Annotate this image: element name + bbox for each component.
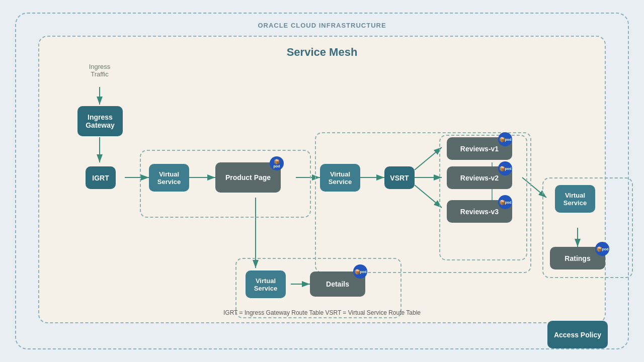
legend-text: IGRT = Ingress Gateway Route Table VSRT …: [223, 309, 421, 316]
virtual-service-4-node: Virtual Service: [246, 270, 286, 298]
service-mesh-container: Service Mesh: [38, 36, 606, 323]
igrt-node: IGRT: [86, 166, 116, 189]
access-policy-node: Access Policy: [547, 321, 608, 348]
vsrt-node: VSRT: [384, 166, 415, 189]
ingress-traffic-label: Ingress Traffic: [79, 63, 120, 78]
virtual-service-1-node: Virtual Service: [149, 164, 189, 192]
ratings-pod: 📦 pod: [595, 242, 609, 256]
reviews-v3-pod: 📦 pod: [498, 195, 512, 209]
virtual-service-3-node: Virtual Service: [555, 185, 595, 213]
ingress-gateway-node: Ingress Gateway: [77, 106, 123, 136]
details-pod: 📦 pod: [353, 264, 367, 279]
reviews-v1-pod: 📦 pod: [498, 132, 512, 146]
oci-label: ORACLE CLOUD INFRASTRUCTURE: [258, 22, 386, 29]
virtual-service-2-node: Virtual Service: [320, 164, 360, 192]
product-page-pod: 📦 pod: [270, 156, 284, 170]
reviews-v2-pod: 📦 pod: [498, 161, 512, 175]
service-mesh-title: Service Mesh: [287, 46, 358, 59]
oci-container: ORACLE CLOUD INFRASTRUCTURE Service Mesh: [15, 13, 629, 349]
